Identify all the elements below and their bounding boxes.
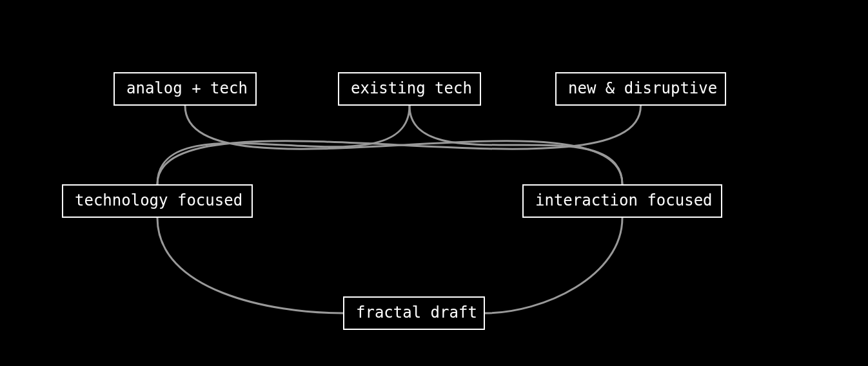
edge-mid_right-to-bottom: [485, 218, 622, 313]
edge-top_left-to-mid_right: [185, 106, 622, 184]
node-label: technology focused: [75, 191, 242, 209]
edge-top_right-to-mid_left: [157, 106, 641, 184]
edge-mid_left-to-bottom: [157, 218, 343, 313]
node-analog-plus-tech: analog + tech: [113, 72, 257, 106]
node-new-and-disruptive: new & disruptive: [555, 72, 726, 106]
node-existing-tech: existing tech: [338, 72, 481, 106]
concept-map-diagram: analog + tech existing tech new & disrup…: [0, 0, 868, 366]
node-label: fractal draft: [356, 303, 477, 322]
node-label: analog + tech: [126, 79, 248, 97]
edge-top_mid-to-mid_right: [409, 106, 622, 184]
node-fractal-draft: fractal draft: [343, 296, 485, 330]
node-technology-focused: technology focused: [62, 184, 253, 218]
node-label: existing tech: [351, 79, 472, 97]
node-label: new & disruptive: [568, 79, 717, 97]
edge-top_mid-to-mid_left: [157, 106, 409, 184]
node-label: interaction focused: [535, 191, 713, 209]
node-interaction-focused: interaction focused: [522, 184, 722, 218]
